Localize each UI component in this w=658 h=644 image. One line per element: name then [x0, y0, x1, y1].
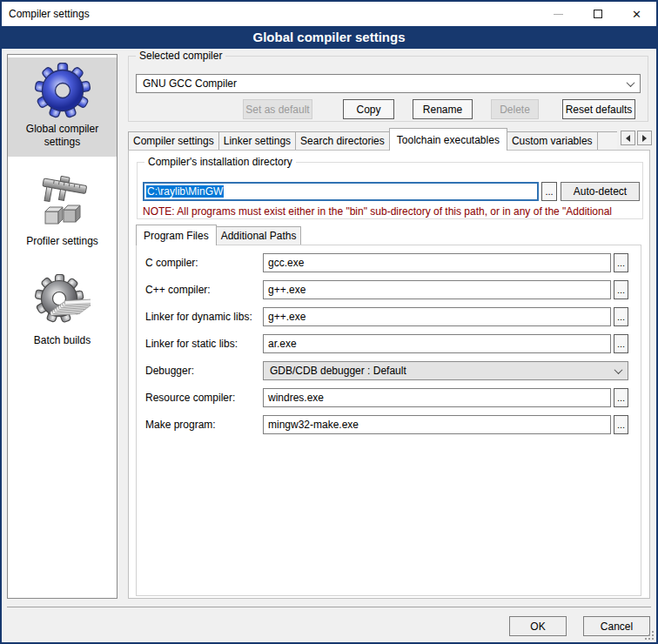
browse-linker-for-static-libs-button[interactable]: ... [614, 334, 628, 353]
note-text: NOTE: All programs must exist either in … [143, 205, 641, 218]
browse-make-program-button[interactable]: ... [614, 415, 628, 434]
tab-search-directories[interactable]: Search directories [295, 131, 390, 150]
resource-compiler-label: Resource compiler: [145, 388, 235, 407]
linker-for-dynamic-libs-input[interactable]: g++.exe [263, 307, 611, 326]
auto-detect-button[interactable]: Auto-detect [561, 182, 640, 201]
resource-compiler-input[interactable]: windres.exe [263, 388, 611, 407]
compiler-select-value: GNU GCC Compiler [143, 77, 237, 90]
make-program-input[interactable]: mingw32-make.exe [263, 415, 611, 434]
installation-directory-group-label: Compiler's installation directory [144, 156, 296, 168]
tab-scroll-left-button[interactable] [621, 131, 635, 145]
gear-stack-icon [35, 274, 91, 330]
toolchain-executables-panel: Compiler's installation directory C:\ray… [128, 150, 650, 599]
browse-resource-compiler-button[interactable]: ... [614, 388, 628, 407]
installation-directory-input[interactable]: C:\raylib\MinGW [143, 182, 539, 201]
debugger-select[interactable]: GDB/CDB debugger : Default [263, 361, 628, 380]
window-title: Compiler settings [9, 8, 90, 20]
compiler-settings-dialog: Compiler settings ✕ Global compiler sett… [0, 0, 658, 644]
linker-for-dynamic-libs-label: Linker for dynamic libs: [145, 307, 252, 326]
c-compiler-input[interactable]: gcc.exe [263, 253, 611, 272]
minimize-button[interactable] [539, 2, 578, 26]
sidebar-item-profiler-settings[interactable]: Profiler settings [8, 170, 117, 256]
right-arrow-icon [642, 135, 647, 142]
make-program-label: Make program: [145, 415, 216, 434]
subtab-additional-paths[interactable]: Additional Paths [216, 226, 302, 245]
program-files-tabbar: Program FilesAdditional Paths [136, 225, 301, 245]
chevron-down-icon [614, 366, 623, 374]
titlebar: Compiler settings ✕ [2, 2, 656, 26]
sidebar-item-label: Batch builds [10, 334, 115, 347]
browse-c-compiler-button[interactable]: ... [614, 280, 628, 299]
tab-custom-variables[interactable]: Custom variables [507, 131, 598, 150]
sidebar-item-global-compiler-settings[interactable]: Global compiler settings [8, 57, 117, 157]
debugger-label: Debugger: [145, 361, 194, 380]
titlebar-buttons: ✕ [539, 2, 656, 26]
linker-for-static-libs-label: Linker for static libs: [145, 334, 238, 353]
c-compiler-label: C compiler: [145, 253, 198, 272]
tab-linker-settings[interactable]: Linker settings [218, 131, 296, 150]
reset-defaults-button[interactable]: Reset defaults [562, 99, 635, 119]
page-title: Global compiler settings [2, 26, 656, 49]
delete-button: Delete [491, 99, 539, 119]
program-files-panel: C compiler:gcc.exe...C++ compiler:g++.ex… [136, 245, 641, 596]
maximize-icon [594, 10, 602, 18]
sidebar-item-batch-builds[interactable]: Batch builds [8, 269, 117, 355]
footer-divider [7, 607, 651, 607]
copy-button[interactable]: Copy [343, 99, 394, 119]
maximize-button[interactable] [578, 2, 617, 26]
browse-linker-for-dynamic-libs-button[interactable]: ... [614, 307, 628, 326]
linker-for-static-libs-input[interactable]: ar.exe [263, 334, 611, 353]
browse-c-compiler-button[interactable]: ... [614, 253, 628, 272]
tab-builc[interactable]: Builc [597, 131, 617, 150]
selected-compiler-group: Selected compiler GNU GCC Compiler Set a… [128, 56, 648, 122]
gear-blue-icon [35, 63, 91, 118]
installation-directory-group: Compiler's installation directory C:\ray… [137, 162, 643, 219]
resize-grip[interactable] [644, 630, 654, 640]
debugger-select-value: GDB/CDB debugger : Default [270, 365, 406, 377]
minimize-icon [554, 14, 563, 15]
caliper-icon [35, 175, 91, 231]
settings-tabbar: Compiler settingsLinker settingsSearch d… [128, 128, 617, 151]
cancel-button[interactable]: Cancel [583, 616, 650, 636]
settings-category-list: Global compiler settingsProfiler setting… [7, 54, 118, 599]
subtab-program-files[interactable]: Program Files [136, 225, 217, 245]
c-compiler-label: C++ compiler: [145, 280, 211, 299]
tab-scroll-right-button[interactable] [637, 131, 652, 145]
close-button[interactable]: ✕ [617, 2, 656, 26]
close-icon: ✕ [632, 9, 641, 20]
sidebar-item-label: Global compiler settings [10, 123, 115, 149]
compiler-select[interactable]: GNU GCC Compiler [136, 74, 641, 93]
installation-directory-selected-text: C:\raylib\MinGW [146, 185, 224, 198]
browse-installation-directory-button[interactable]: ... [541, 182, 557, 201]
ok-button[interactable]: OK [509, 616, 567, 636]
chevron-down-icon [627, 78, 635, 87]
set-as-default-button: Set as default [243, 99, 312, 119]
left-arrow-icon [626, 135, 630, 142]
rename-button[interactable]: Rename [413, 99, 473, 119]
tab-compiler-settings[interactable]: Compiler settings [128, 131, 219, 150]
tab-scrollers [621, 131, 652, 145]
c-compiler-input[interactable]: g++.exe [263, 280, 611, 299]
tab-toolchain-executables[interactable]: Toolchain executables [389, 128, 507, 151]
sidebar-item-label: Profiler settings [10, 235, 115, 248]
selected-compiler-group-label: Selected compiler [136, 50, 225, 62]
